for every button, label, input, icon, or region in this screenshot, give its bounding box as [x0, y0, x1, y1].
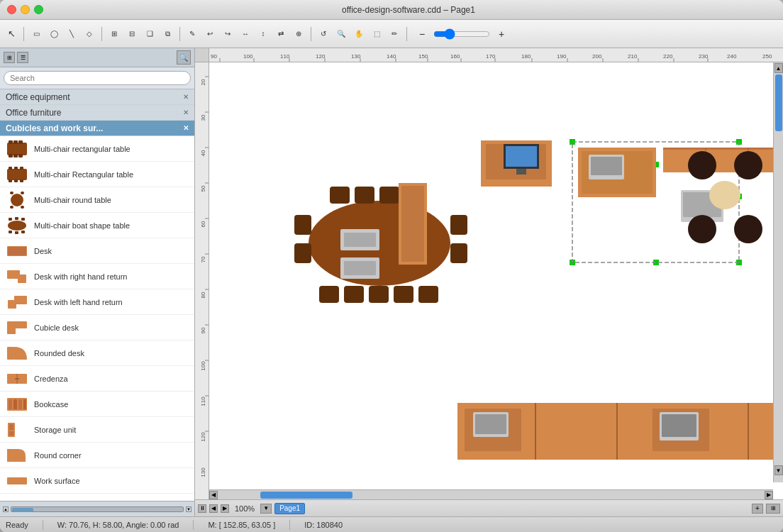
vertical-ruler: 20 30 40 50 60 70 80 90	[195, 62, 209, 499]
add-page-btn[interactable]: +	[752, 504, 763, 514]
zoom-tool[interactable]: 🔍	[333, 26, 350, 43]
category-close-icon-3[interactable]: ✕	[183, 124, 189, 132]
sidebar-scroll-up[interactable]: ▲	[3, 506, 9, 512]
frame-tool[interactable]: ⬚	[368, 26, 385, 43]
list-item[interactable]: Desk with right hand return	[0, 264, 194, 289]
svg-rect-18	[21, 206, 24, 209]
close-button[interactable]	[7, 5, 16, 14]
list-item[interactable]: Bookcase	[0, 392, 194, 417]
list-item[interactable]: Cubicle desk	[0, 315, 194, 340]
svg-rect-126	[516, 169, 526, 174]
connect-tool[interactable]: ⇄	[272, 26, 289, 43]
sidebar-search-btn[interactable]: 🔍	[177, 50, 191, 65]
sidebar-scrollbar-track[interactable]	[11, 506, 184, 512]
prev-page-btn[interactable]: ◀	[209, 504, 218, 513]
canvas-container: 90 100 110 120 130 140 150	[195, 48, 783, 516]
canvas[interactable]: ▲ ▼ ◀ ▶	[209, 62, 783, 499]
list-item[interactable]: Desk	[0, 238, 194, 264]
ruler-corner	[195, 48, 209, 62]
snap-tool[interactable]: ⊕	[290, 26, 307, 43]
svg-rect-118	[294, 215, 311, 235]
category-cubicles[interactable]: Cubicles and work sur... ✕	[0, 121, 194, 136]
undo-tool[interactable]: ↩	[201, 26, 218, 43]
category-close-icon-2[interactable]: ✕	[183, 109, 189, 116]
list-item[interactable]: Storage unit	[0, 417, 194, 443]
zoom-slider[interactable]	[433, 28, 490, 40]
category-office-furniture[interactable]: Office furniture ✕	[0, 105, 194, 121]
item-label: Desk	[34, 247, 52, 255]
page-tab[interactable]: Page1	[274, 503, 305, 514]
toolbar-sep-1	[23, 27, 24, 41]
select-tool[interactable]: ↖	[3, 26, 20, 43]
pen-tool[interactable]: ✏	[386, 26, 403, 43]
svg-rect-117	[418, 286, 438, 303]
rect-tool[interactable]: ▭	[28, 26, 45, 43]
ellipse-tool[interactable]: ◯	[45, 26, 62, 43]
list-item[interactable]: Work surface	[0, 468, 194, 494]
duplicate-tool[interactable]: ❑	[141, 26, 158, 43]
status-sep-2	[193, 520, 194, 530]
item-label: Multi-chair round table	[34, 196, 111, 204]
list-item[interactable]: Multi-chair rectangular table	[0, 136, 194, 162]
svg-rect-45	[9, 431, 13, 436]
item-label: Credenza	[34, 375, 68, 383]
svg-rect-163	[662, 414, 696, 437]
scroll-left-btn[interactable]: ◀	[209, 491, 218, 499]
scroll-right-btn[interactable]: ▶	[765, 491, 773, 499]
svg-rect-106	[355, 187, 374, 204]
search-input[interactable]	[4, 71, 191, 85]
minimize-button[interactable]	[21, 5, 30, 14]
svg-text:90: 90	[200, 327, 206, 333]
zoom-dropdown[interactable]: ▼	[260, 504, 272, 514]
pause-btn[interactable]: ⏸	[198, 504, 206, 513]
list-item[interactable]: Multi-chair Rectangular table	[0, 162, 194, 187]
grid-tool[interactable]: ⊞	[106, 26, 123, 43]
sidebar-icon-list[interactable]: ☰	[17, 52, 28, 63]
maximize-button[interactable]	[34, 5, 43, 14]
pencil-tool[interactable]: ✎	[184, 26, 201, 43]
pan-tool[interactable]: ✋	[350, 26, 367, 43]
h-scroll-thumb[interactable]	[260, 492, 352, 499]
line-tool[interactable]: ╲	[63, 26, 80, 43]
list-item[interactable]: Multi-chair boat shape table	[0, 213, 194, 238]
svg-rect-10	[20, 167, 23, 170]
scroll-track	[774, 74, 783, 465]
item-icon-table-rect2	[6, 165, 28, 184]
sidebar: ⊞ ☰ 🔍 Office equipment ✕ Office furnitur…	[0, 48, 195, 516]
list-item[interactable]: Round corner	[0, 443, 194, 468]
svg-rect-143	[663, 148, 783, 150]
svg-text:230: 230	[699, 53, 709, 60]
item-label: Storage unit	[34, 426, 76, 434]
vertical-scrollbar[interactable]: ▲ ▼	[773, 62, 783, 482]
align-tool[interactable]: ⧉	[159, 26, 176, 43]
category-office-equipment[interactable]: Office equipment ✕	[0, 89, 194, 105]
refresh-tool[interactable]: ↺	[315, 26, 332, 43]
item-label: Desk with left hand return	[34, 298, 123, 306]
list-item[interactable]: Multi-chair round table	[0, 187, 194, 213]
scroll-thumb[interactable]	[775, 74, 782, 131]
list-item[interactable]: Desk with left hand return	[0, 289, 194, 315]
horizontal-scrollbar[interactable]: ◀ ▶	[209, 489, 773, 499]
flip-h-tool[interactable]: ↔	[237, 26, 254, 43]
table-tool[interactable]: ⊟	[123, 26, 140, 43]
list-item[interactable]: Rounded desk	[0, 340, 194, 366]
diamond-tool[interactable]: ◇	[81, 26, 98, 43]
next-page-btn[interactable]: ▶	[221, 504, 229, 513]
zoom-out-btn[interactable]: −	[413, 26, 431, 43]
ruler-row: 90 100 110 120 130 140 150	[195, 48, 783, 62]
svg-rect-116	[394, 286, 413, 303]
sidebar-scroll-down[interactable]: ▼	[186, 506, 191, 512]
sidebar-icon-grid[interactable]: ⊞	[4, 52, 15, 63]
list-item[interactable]: Credenza	[0, 366, 194, 392]
flip-v-tool[interactable]: ↕	[255, 26, 272, 43]
scroll-up-btn[interactable]: ▲	[774, 63, 783, 73]
svg-text:120: 120	[316, 53, 326, 60]
fit-btn[interactable]: ⊞	[766, 504, 780, 514]
window-title: office-design-software.cdd – Page1	[50, 5, 767, 15]
redo-tool[interactable]: ↪	[219, 26, 236, 43]
scroll-down-btn[interactable]: ▼	[774, 465, 783, 475]
category-close-icon[interactable]: ✕	[183, 93, 189, 101]
zoom-in-btn[interactable]: +	[493, 26, 510, 43]
svg-text:160: 160	[450, 53, 460, 60]
item-icon-table-boat	[6, 216, 28, 235]
